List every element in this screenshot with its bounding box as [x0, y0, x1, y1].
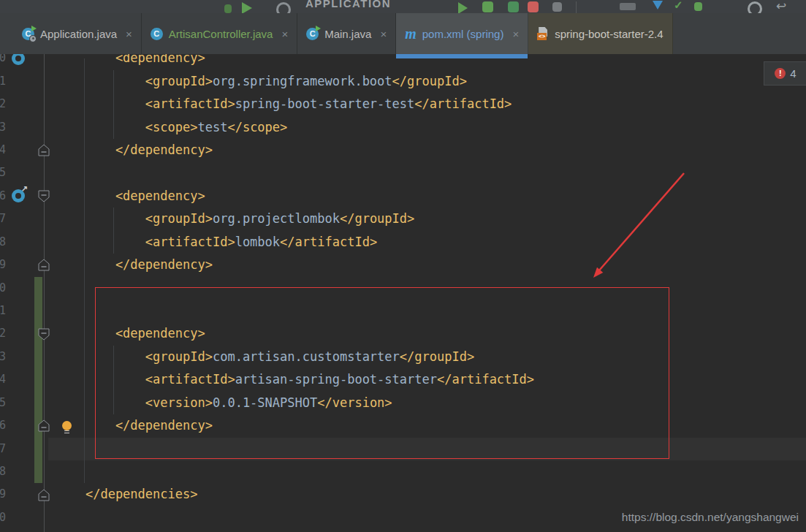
build-icon[interactable] — [224, 4, 232, 13]
vcs-added-change-bar[interactable] — [34, 277, 42, 484]
error-count: 4 — [790, 67, 796, 80]
close-icon[interactable]: × — [126, 28, 132, 40]
tab-pom-xml[interactable]: m pom.xml (spring) × — [396, 13, 528, 54]
coverage-icon[interactable] — [508, 1, 519, 12]
commit-icon[interactable]: ✓ — [674, 0, 683, 12]
line-number: 29 — [0, 254, 6, 276]
history-icon[interactable] — [748, 1, 762, 13]
tab-spring-boot-starter[interactable]: <> spring-boot-starter-2.4 — [528, 13, 672, 54]
annotation-highlight-box — [95, 287, 669, 459]
code-line[interactable]: <artifactId>spring-boot-starter-test</ar… — [56, 93, 512, 115]
tab-main-java[interactable]: C Main.java × — [297, 13, 396, 54]
line-number: 26 — [0, 185, 6, 208]
line-number: 24 — [0, 139, 6, 162]
fold-marker-up[interactable] — [38, 259, 50, 271]
code-line[interactable]: </dependency> — [56, 139, 213, 162]
line-number: 30 — [0, 277, 6, 300]
close-icon[interactable]: × — [512, 28, 519, 40]
line-number: 37 — [0, 438, 6, 460]
run-anything-icon[interactable] — [241, 3, 253, 13]
code-line[interactable]: <artifactId>lombok</artifactId> — [56, 231, 377, 254]
line-number: 40 — [0, 506, 6, 529]
error-icon: ! — [775, 68, 786, 79]
tab-application-java[interactable]: C Application.java × — [13, 13, 142, 54]
line-number: 36 — [0, 414, 6, 437]
code-line[interactable]: <scope>test</scope> — [56, 116, 287, 139]
inspections-widget[interactable]: ! 4 — [764, 61, 806, 86]
java-class-icon: C — [151, 28, 163, 40]
line-number: 31 — [0, 300, 6, 322]
stop-icon[interactable] — [552, 2, 562, 12]
library-file-icon: <> — [537, 27, 549, 40]
fold-marker-down[interactable] — [38, 328, 50, 341]
editor-tab-bar: C Application.java × C ArtisanController… — [0, 13, 806, 58]
vcs-widget[interactable] — [620, 3, 636, 10]
fold-marker-up[interactable] — [38, 489, 50, 501]
code-line[interactable]: </dependency> — [56, 254, 213, 276]
line-number: 27 — [0, 208, 6, 230]
line-number: 32 — [0, 322, 6, 345]
line-number: 23 — [0, 116, 6, 139]
maven-icon: m — [405, 28, 417, 40]
line-number: 22 — [0, 93, 6, 115]
fold-marker-up[interactable] — [38, 419, 50, 432]
close-icon[interactable]: × — [281, 28, 288, 40]
run-icon[interactable] — [458, 2, 468, 13]
update-project-icon[interactable] — [653, 1, 663, 10]
profiler-icon[interactable] — [528, 1, 539, 12]
code-line[interactable]: <groupId>org.projectlombok</groupId> — [56, 208, 414, 230]
code-line[interactable]: <dependency> — [56, 185, 205, 208]
close-icon[interactable]: × — [380, 28, 387, 40]
line-number: 38 — [0, 460, 6, 483]
line-number: 21 — [0, 70, 6, 93]
fold-marker-up[interactable] — [38, 144, 50, 156]
maven-dependency-icon[interactable]: ↗ — [12, 189, 25, 202]
push-icon[interactable] — [694, 2, 702, 11]
debug-icon[interactable] — [482, 1, 493, 12]
run-config-label[interactable]: APPLICATION — [305, 0, 391, 10]
main-toolbar: APPLICATION ✓ ↩ — [0, 0, 806, 13]
run-config-icon[interactable] — [276, 2, 291, 13]
line-number: 25 — [0, 162, 6, 184]
code-line[interactable]: </dependencies> — [56, 483, 197, 506]
line-number: 35 — [0, 392, 6, 414]
code-line[interactable]: <groupId>org.springframework.boot</group… — [56, 70, 467, 93]
java-class-run-icon: C — [306, 28, 319, 40]
java-class-run-icon: C — [22, 28, 34, 40]
tab-artisancontroller-java[interactable]: C ArtisanController.java × — [142, 13, 297, 54]
line-number: 28 — [0, 231, 6, 254]
line-number: 39 — [0, 483, 6, 506]
fold-marker-down[interactable] — [38, 190, 50, 202]
line-number: 33 — [0, 346, 6, 368]
watermark-url: https://blog.csdn.net/yangshangwei — [622, 511, 799, 524]
line-number: 34 — [0, 368, 6, 391]
fold-column-line — [44, 54, 45, 532]
rollback-icon[interactable]: ↩ — [776, 0, 786, 13]
